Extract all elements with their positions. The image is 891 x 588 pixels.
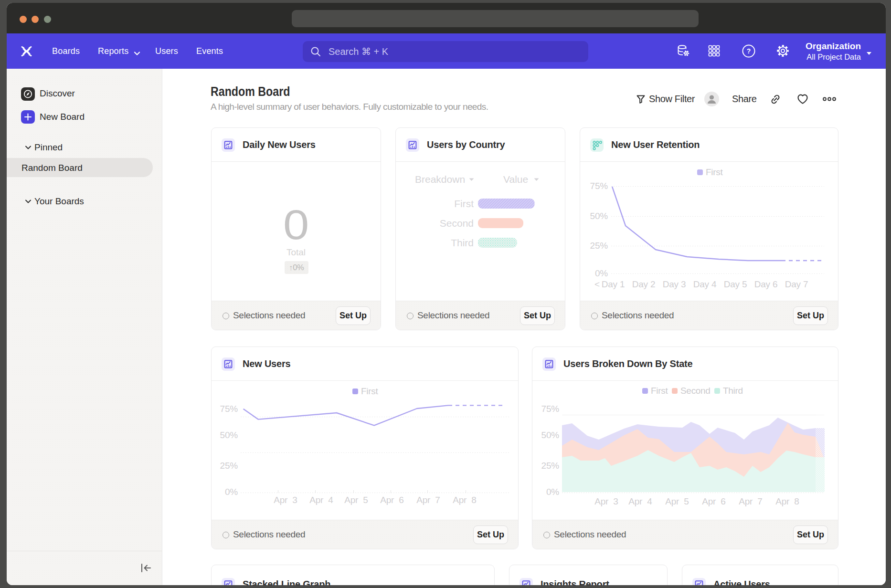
svg-text:?: ? [747, 47, 751, 55]
